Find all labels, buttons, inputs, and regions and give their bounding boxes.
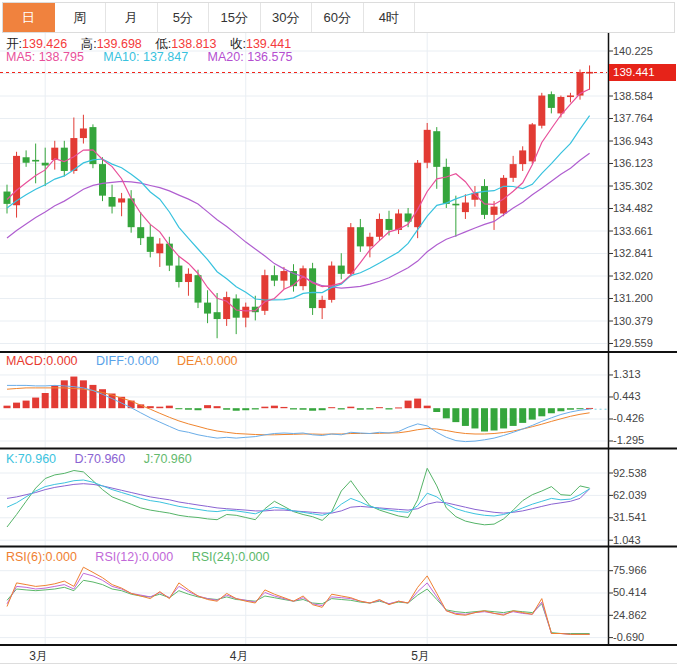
kdj-panel-title: K:70.960 D:70.960 J:70.960 <box>6 452 207 466</box>
macd-bar <box>290 408 297 409</box>
candle-body <box>13 156 20 205</box>
macd-bar <box>223 408 230 410</box>
macd-bar <box>414 399 421 409</box>
macd-tick-label: 1.313 <box>613 368 641 380</box>
tab-weekly[interactable]: 周 <box>55 3 107 32</box>
macd-bar <box>32 398 39 409</box>
candle-body <box>185 274 192 282</box>
candle-body <box>175 266 182 282</box>
price-tick-label: 140.225 <box>613 45 653 57</box>
macd-bar <box>557 408 564 411</box>
candle-body <box>510 164 517 178</box>
macd-bar <box>185 408 192 410</box>
kdj-tick-label: 62.039 <box>613 489 647 501</box>
price-tick-label: 136.943 <box>613 135 653 147</box>
macd-bar <box>70 377 77 409</box>
tab-4hour[interactable]: 4时 <box>364 3 416 32</box>
macd-bar <box>319 408 326 410</box>
d-value: 70.960 <box>87 452 125 466</box>
chart-canvas[interactable] <box>0 0 677 671</box>
candle-body <box>109 197 116 207</box>
candle-body <box>500 178 507 214</box>
macd-bar <box>156 407 163 409</box>
candle-body <box>424 130 431 163</box>
rsi24-label: RSI(24): <box>192 550 239 564</box>
tabbar-filler <box>415 3 674 32</box>
candle-body <box>347 227 354 274</box>
candle-body <box>433 131 440 167</box>
tab-60min[interactable]: 60分 <box>312 3 364 32</box>
macd-bar <box>23 401 30 409</box>
macd-bar <box>204 405 211 408</box>
tab-label: 30分 <box>272 9 299 27</box>
diff-value: 0.000 <box>127 354 158 368</box>
candle-body <box>452 204 459 206</box>
k-line <box>7 480 590 516</box>
tab-15min[interactable]: 15分 <box>209 3 261 32</box>
candle-body <box>309 268 316 308</box>
macd-bar <box>89 385 96 408</box>
rsi-tick-label: 50.414 <box>613 586 647 598</box>
candle-body <box>519 150 526 164</box>
candle-body <box>214 312 221 319</box>
price-tick-label: 130.379 <box>613 315 653 327</box>
macd-tick-label: -0.426 <box>613 412 644 424</box>
tab-30min[interactable]: 30分 <box>261 3 313 32</box>
ma20-label: MA20: <box>208 50 248 64</box>
macd-bar <box>424 406 431 409</box>
ma5-label: MA5: <box>6 50 39 64</box>
macd-bar <box>462 408 469 426</box>
rsi24-value: 0.000 <box>238 550 269 564</box>
candle-body <box>481 186 488 215</box>
macd-bar <box>500 408 507 428</box>
rsi6-label: RSI(6): <box>6 550 46 564</box>
high-value: 139.698 <box>97 37 142 51</box>
rsi12-label: RSI(12): <box>95 550 142 564</box>
ma20-line <box>7 153 590 288</box>
tab-daily[interactable]: 日 <box>3 3 55 32</box>
candle-body <box>242 307 249 318</box>
candle-body <box>32 160 39 162</box>
high-label: 高: <box>81 37 97 51</box>
tab-label: 周 <box>73 9 86 27</box>
candle-body <box>414 163 421 227</box>
tab-label: 日 <box>22 9 35 27</box>
low-value: 138.813 <box>171 37 216 51</box>
price-tick-label: 135.302 <box>613 180 653 192</box>
candle-body <box>147 237 154 252</box>
close-value: 139.441 <box>246 37 291 51</box>
macd-panel-title: MACD:0.000 DIFF:0.000 DEA:0.000 <box>6 354 253 368</box>
ma-readout: MA5: 138.795 MA10: 137.847 MA20: 136.575 <box>6 50 292 64</box>
price-tick-label: 136.123 <box>613 157 653 169</box>
macd-bar <box>4 406 11 409</box>
tab-5min[interactable]: 5分 <box>158 3 210 32</box>
candle-body <box>166 244 173 266</box>
macd-bar <box>233 408 240 411</box>
open-value: 139.426 <box>22 37 67 51</box>
macd-bar <box>471 408 478 428</box>
tab-monthly[interactable]: 月 <box>106 3 158 32</box>
j-value: 70.960 <box>153 452 191 466</box>
price-tick-label: 137.764 <box>613 112 653 124</box>
k-value: 70.960 <box>18 452 56 466</box>
macd-bar <box>51 385 58 408</box>
macd-bar <box>242 408 249 410</box>
rsi24-line <box>7 580 590 633</box>
tab-label: 60分 <box>324 9 351 27</box>
macd-bar <box>252 408 259 409</box>
macd-bar <box>80 380 87 408</box>
kdj-tick-label: 1.043 <box>613 534 641 546</box>
candle-body <box>357 227 364 246</box>
macd-bar <box>13 403 20 409</box>
k-label: K: <box>6 452 18 466</box>
macd-bar <box>567 408 574 410</box>
candle-body <box>443 167 450 204</box>
macd-bar <box>548 408 555 413</box>
macd-bar <box>338 408 345 409</box>
macd-bar <box>538 408 545 416</box>
macd-bar <box>166 406 173 409</box>
macd-bar <box>529 408 536 419</box>
macd-bar <box>347 407 354 409</box>
kdj-tick-label: 31.541 <box>613 511 647 523</box>
macd-bar <box>42 393 49 408</box>
